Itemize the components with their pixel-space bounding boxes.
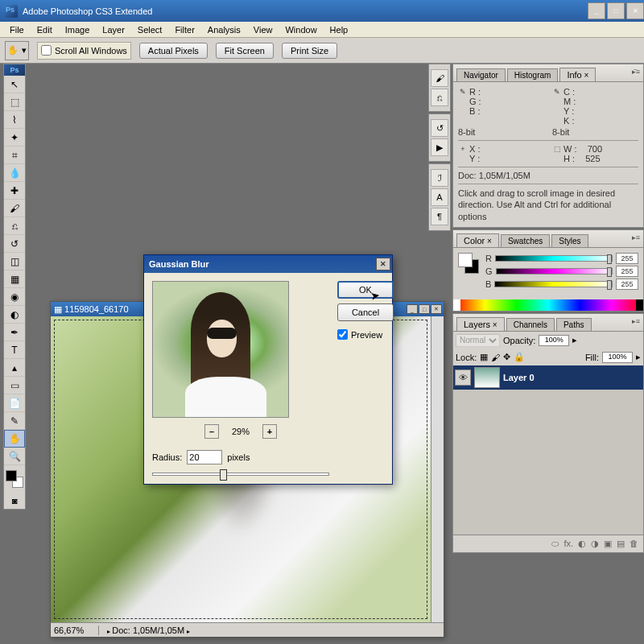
fill-input[interactable]: 100% xyxy=(602,352,633,363)
r-value[interactable]: 255 xyxy=(616,253,638,264)
tab-paths[interactable]: Paths xyxy=(556,318,592,331)
cancel-button[interactable]: Cancel xyxy=(337,303,394,321)
shape-tool[interactable]: ▭ xyxy=(4,377,25,394)
gradient-tool[interactable]: ▦ xyxy=(4,270,25,288)
stamp-tool[interactable]: ⎌ xyxy=(4,217,25,235)
tab-swatches[interactable]: Swatches xyxy=(501,234,550,247)
color-fg-swatch[interactable] xyxy=(458,253,473,267)
zoom-out-button[interactable]: – xyxy=(204,424,219,439)
doc-close-button[interactable]: ✕ xyxy=(431,304,442,314)
menu-filter[interactable]: Filter xyxy=(168,23,200,36)
color-swatches[interactable] xyxy=(4,469,25,493)
r-slider[interactable] xyxy=(495,255,613,262)
pen-tool[interactable]: ✒ xyxy=(4,324,25,341)
radius-slider[interactable] xyxy=(152,473,329,476)
menu-image[interactable]: Image xyxy=(59,23,97,36)
layer-0-row[interactable]: 👁 Layer 0 xyxy=(453,365,643,390)
menu-analysis[interactable]: Analysis xyxy=(201,23,247,36)
healing-tool[interactable]: ✚ xyxy=(4,182,25,200)
dock-character-icon[interactable]: ℐ xyxy=(431,169,448,187)
blur-tool[interactable]: ◉ xyxy=(4,288,25,306)
dock-paragraph2-icon[interactable]: ¶ xyxy=(431,208,448,225)
document-info[interactable]: ▸ Doc: 1,05M/1,05M ▸ xyxy=(99,625,190,635)
dock-actions-icon[interactable]: ▶ xyxy=(431,138,448,156)
scroll-all-windows-checkbox[interactable]: Scroll All Windows xyxy=(37,42,131,60)
dock-brush-icon[interactable]: 🖌 xyxy=(431,69,448,87)
menu-file[interactable]: File xyxy=(3,23,31,36)
b-slider[interactable] xyxy=(494,281,613,287)
tab-info[interactable]: Info × xyxy=(559,68,596,81)
maximize-button[interactable]: □ xyxy=(607,2,625,19)
doc-maximize-button[interactable]: □ xyxy=(419,304,430,314)
type-tool[interactable]: T xyxy=(4,341,25,359)
spectrum-bar[interactable] xyxy=(453,299,643,311)
print-size-button[interactable]: Print Size xyxy=(282,43,337,59)
preview-checkbox-row[interactable]: Preview xyxy=(337,329,394,340)
lock-move-icon[interactable]: ✥ xyxy=(503,352,510,362)
dock-clone-icon[interactable]: ⎌ xyxy=(431,89,448,106)
foreground-color-swatch[interactable] xyxy=(6,470,17,481)
b-value[interactable]: 255 xyxy=(616,279,638,290)
new-group-icon[interactable]: ▣ xyxy=(604,539,612,549)
lock-paint-icon[interactable]: 🖌 xyxy=(491,353,500,362)
layers-panel-menu-icon[interactable]: ▸≡ xyxy=(632,317,640,325)
lock-all-icon[interactable]: 🔒 xyxy=(514,352,525,362)
new-layer-icon[interactable]: ▤ xyxy=(617,539,625,549)
scroll-all-checkbox-input[interactable] xyxy=(41,45,52,56)
quickmask-toggle[interactable]: ◙ xyxy=(4,493,25,509)
dock-history-icon[interactable]: ↺ xyxy=(431,119,448,137)
tab-histogram[interactable]: Histogram xyxy=(507,68,559,81)
menu-view[interactable]: View xyxy=(247,23,279,36)
blend-mode-select[interactable]: Normal xyxy=(456,334,500,347)
eraser-tool[interactable]: ◫ xyxy=(4,253,25,270)
vertical-scrollbar[interactable] xyxy=(431,316,444,622)
zoom-tool[interactable]: 🔍 xyxy=(4,448,25,465)
opacity-input[interactable]: 100% xyxy=(539,335,569,346)
layer-fx-icon[interactable]: fx. xyxy=(564,539,573,548)
dialog-titlebar[interactable]: Gaussian Blur ✕ xyxy=(144,255,392,273)
eyedropper-tool[interactable]: 💧 xyxy=(4,164,25,182)
radius-input[interactable] xyxy=(187,450,222,464)
marquee-tool[interactable]: ⬚ xyxy=(4,93,25,111)
history-brush-tool[interactable]: ↺ xyxy=(4,235,25,253)
toolbox-header-icon[interactable]: Ps xyxy=(4,64,25,76)
zoom-level[interactable]: 66,67% xyxy=(51,625,99,635)
delete-layer-icon[interactable]: 🗑 xyxy=(630,539,638,548)
fit-screen-button[interactable]: Fit Screen xyxy=(216,43,274,59)
dock-paragraph-icon[interactable]: A xyxy=(431,188,448,206)
menu-window[interactable]: Window xyxy=(279,23,323,36)
notes-tool[interactable]: 📄 xyxy=(4,394,25,412)
brush-tool[interactable]: 🖌 xyxy=(4,200,25,217)
preview-checkbox[interactable] xyxy=(337,329,348,340)
crop-tool[interactable]: ⌗ xyxy=(4,147,25,164)
layers-empty-area[interactable] xyxy=(453,390,643,535)
layer-visibility-icon[interactable]: 👁 xyxy=(455,369,471,386)
magic-wand-tool[interactable]: ✦ xyxy=(4,129,25,147)
ok-button[interactable]: OK xyxy=(337,281,394,299)
doc-minimize-button[interactable]: _ xyxy=(407,304,418,314)
g-value[interactable]: 255 xyxy=(616,266,638,277)
tab-channels[interactable]: Channels xyxy=(506,318,555,331)
layer-thumbnail[interactable] xyxy=(474,367,500,388)
menu-select[interactable]: Select xyxy=(131,23,169,36)
link-layers-icon[interactable]: ⬭ xyxy=(551,539,559,549)
adjustment-layer-icon[interactable]: ◑ xyxy=(591,539,599,549)
actual-pixels-button[interactable]: Actual Pixels xyxy=(139,43,208,59)
tab-layers[interactable]: Layers × xyxy=(456,317,505,331)
zoom-in-button[interactable]: + xyxy=(262,424,277,439)
path-select-tool[interactable]: ▴ xyxy=(4,359,25,377)
menu-layer[interactable]: Layer xyxy=(96,23,131,36)
lasso-tool[interactable]: ⌇ xyxy=(4,111,25,129)
layer-mask-icon[interactable]: ◐ xyxy=(578,539,586,549)
filter-preview[interactable] xyxy=(152,281,289,418)
color-fgbg-swatch[interactable] xyxy=(458,253,481,275)
dialog-close-button[interactable]: ✕ xyxy=(376,258,390,270)
g-slider[interactable] xyxy=(496,268,613,275)
menu-help[interactable]: Help xyxy=(324,23,355,36)
tab-navigator[interactable]: Navigator xyxy=(456,68,506,81)
eyedropper2-tool[interactable]: ✎ xyxy=(4,412,25,430)
tab-styles[interactable]: Styles xyxy=(551,234,588,247)
hand-tool[interactable]: ✋ xyxy=(4,430,25,448)
tab-color[interactable]: Color × xyxy=(456,233,499,247)
radius-slider-thumb[interactable] xyxy=(220,469,227,481)
